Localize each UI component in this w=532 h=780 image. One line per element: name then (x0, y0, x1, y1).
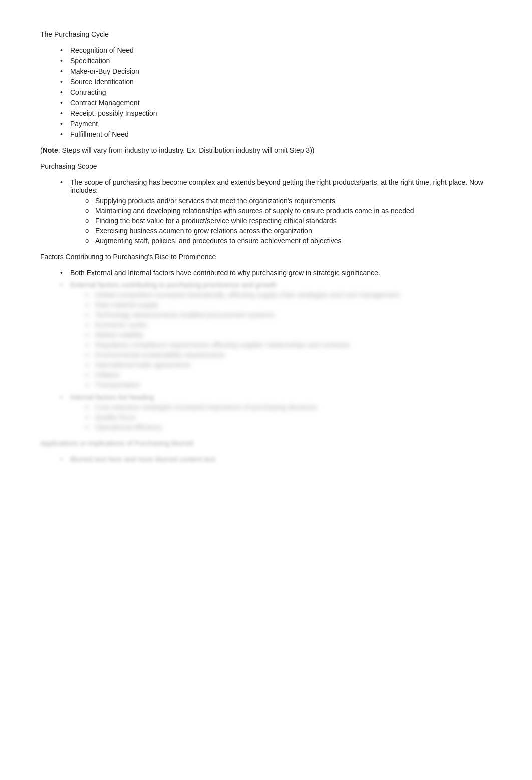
page-title: The Purchasing Cycle (40, 30, 492, 38)
list-item: Make-or-Buy Decision (60, 67, 492, 75)
list-item: Exercising business acumen to grow relat… (85, 227, 492, 235)
list-item: Global competition increased dramaticall… (85, 291, 492, 299)
list-item: Economic cycles (85, 321, 492, 329)
cycle-list: Recognition of Need Specification Make-o… (60, 46, 492, 138)
list-item: Transportation (85, 381, 492, 389)
note-paragraph: (Note: Steps will vary from industry to … (40, 146, 492, 154)
list-item: Contract Management (60, 99, 492, 107)
external-factors-item: External factors contributing to purchas… (60, 281, 492, 389)
list-item: Inflation (85, 371, 492, 379)
factors-list: Both External and Internal factors have … (60, 269, 492, 431)
list-item: Source Identification (60, 78, 492, 86)
list-item: International trade agreements (85, 361, 492, 369)
factors-title: Factors Contributing to Purchasing's Ris… (40, 253, 492, 261)
internal-factors-item: Internal factors list heading Cost reduc… (60, 393, 492, 431)
list-item: Recognition of Need (60, 46, 492, 54)
list-item: Supplying products and/or services that … (85, 197, 492, 205)
list-item: Cost reduction strategies increased impo… (85, 403, 492, 411)
scope-title: Purchasing Scope (40, 162, 492, 170)
list-item: Contracting (60, 88, 492, 96)
list-item: Specification (60, 57, 492, 65)
list-item: Finding the best value for a product/ser… (85, 217, 492, 225)
list-item: Raw material supply (85, 301, 492, 309)
list-item: Payment (60, 120, 492, 128)
list-item: Fulfillment of Need (60, 130, 492, 138)
note-text: : Steps will vary from industry to indus… (58, 146, 312, 154)
list-item: Market volatility (85, 331, 492, 339)
list-item: Environmental sustainability requirement… (85, 351, 492, 359)
scope-list: The scope of purchasing has become compl… (60, 178, 492, 245)
factors-bullet: Both External and Internal factors have … (60, 269, 492, 277)
list-item: Quality focus (85, 413, 492, 421)
note-label: Note (43, 146, 58, 154)
list-item: Blurred text here and more blurred conte… (60, 455, 492, 463)
list-item: Maintaining and developing relationships… (85, 207, 492, 215)
list-item: Technology advancements enabled procurem… (85, 311, 492, 319)
blurred-section-title: Applications or implications of Purchasi… (40, 439, 492, 447)
blurred-section-list: Blurred text here and more blurred conte… (60, 455, 492, 463)
list-item: Receipt, possibly Inspection (60, 109, 492, 117)
list-item: Augmenting staff, policies, and procedur… (85, 237, 492, 245)
list-item: Operational efficiency (85, 423, 492, 431)
scope-sub-list: Supplying products and/or services that … (85, 197, 492, 245)
list-item: Regulatory compliance requirements affec… (85, 341, 492, 349)
scope-bullet: The scope of purchasing has become compl… (60, 178, 492, 245)
